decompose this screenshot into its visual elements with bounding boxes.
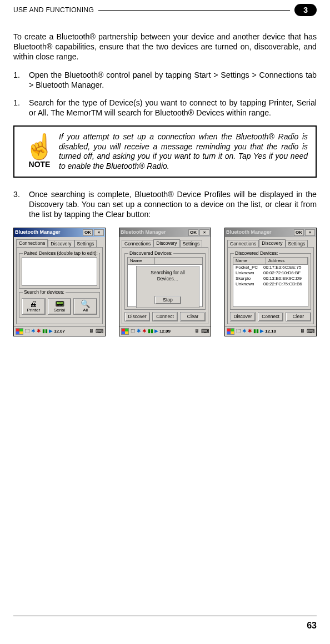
step-number: 1. — [13, 71, 29, 90]
taskbar: ⬚ ✱ ✱ ▮▮ ▶ 12.07 🖥 ⌨ — [14, 326, 105, 336]
tray-icon[interactable]: ▮▮ — [42, 328, 48, 334]
button-label: All — [83, 308, 88, 313]
clear-button[interactable]: Clear — [180, 312, 206, 321]
pointing-hand-icon: ☝ — [24, 134, 55, 159]
close-button[interactable]: × — [305, 229, 315, 236]
keyboard-icon[interactable]: ⌨ — [307, 328, 314, 335]
close-button[interactable]: × — [199, 229, 209, 236]
col-name: Name — [128, 258, 155, 264]
list-header: Name — [128, 258, 202, 265]
tray-icon[interactable]: ✱ — [248, 328, 252, 334]
tabs: Connections Discovery Settings — [16, 239, 103, 248]
screenshot-1: Bluetooth Manager OK × Connections Disco… — [13, 228, 106, 336]
tab-settings[interactable]: Settings — [180, 240, 203, 248]
titlebar: Bluetooth Manager OK × — [225, 228, 316, 237]
system-tray: ⬚ ✱ ✱ ▮▮ ▶ 12.10 — [236, 328, 298, 334]
keyboard-icon[interactable]: ⌨ — [96, 328, 103, 335]
tray-icon[interactable]: ⬚ — [131, 328, 136, 334]
connect-button[interactable]: Connect — [152, 312, 178, 321]
tray-icon[interactable]: ✱ — [31, 328, 36, 334]
tab-page: Paired Devices (double tap to edit): Sea… — [16, 247, 103, 324]
tray-icon[interactable]: ⬚ — [25, 328, 30, 334]
taskbar: ⬚ ✱ ✱ ▮▮ ▶ 12.09 🖥 ⌨ — [119, 326, 211, 336]
group-label: Search for devices: — [23, 289, 66, 295]
device-name: Unknown — [236, 281, 263, 287]
list-item[interactable]: Skorpio 00:13:E0:E9:9C:D9 — [233, 276, 308, 281]
desktop-icon[interactable]: 🖥 — [300, 328, 305, 334]
keyboard-icon[interactable]: ⌨ — [201, 328, 209, 335]
tray-icon[interactable]: ✱ — [242, 328, 247, 334]
serial-icon: 📟 — [55, 300, 64, 308]
note-icon-column: ☝ NOTE — [20, 132, 59, 171]
tab-settings[interactable]: Settings — [74, 240, 97, 248]
footer-rule — [13, 616, 317, 616]
tab-connections[interactable]: Connections — [16, 239, 48, 248]
page-header: USE AND FUNCTIONING 3 — [13, 0, 317, 17]
tab-discovery[interactable]: Discovery — [48, 240, 74, 248]
start-button[interactable] — [227, 328, 234, 335]
ok-button[interactable]: OK — [83, 229, 93, 236]
clock: 12.10 — [265, 329, 276, 334]
header-rule — [98, 10, 290, 11]
clock: 12.09 — [159, 329, 171, 334]
tray-icon[interactable]: ✱ — [37, 328, 41, 334]
printer-button[interactable]: 🖨 Printer — [22, 298, 46, 315]
window-title: Bluetooth Manager — [15, 229, 82, 235]
screenshots-row: Bluetooth Manager OK × Connections Disco… — [13, 228, 317, 336]
stop-button[interactable]: Stop — [154, 296, 181, 304]
tab-discovery[interactable]: Discovery — [259, 239, 285, 248]
search-devices-group: Search for devices: 🖨 Printer 📟 Serial — [19, 292, 100, 318]
discovered-devices-list[interactable]: Name Address Pocket_PC 00:17:E3:6C:EE:75… — [233, 257, 308, 307]
tray-icon[interactable]: ▶ — [49, 328, 53, 334]
list-item[interactable]: Pocket_PC 00:17:E3:6C:EE:75 — [233, 265, 308, 270]
step-number: 1. — [13, 98, 29, 118]
list-item[interactable]: Unknown 00:22:FC:75:CD:B6 — [233, 281, 308, 287]
chapter-badge: 3 — [294, 4, 317, 16]
discovered-devices-group: Discovered Devices: Name Searching for a… — [124, 253, 206, 310]
tab-connections[interactable]: Connections — [227, 240, 259, 248]
discover-button[interactable]: Discover — [124, 312, 150, 321]
desktop-icon[interactable]: 🖥 — [89, 328, 94, 334]
taskbar: ⬚ ✱ ✱ ▮▮ ▶ 12.10 🖥 ⌨ — [225, 326, 316, 336]
tray-icon[interactable]: ✱ — [137, 328, 141, 334]
discover-button[interactable]: Discover — [230, 312, 256, 321]
serial-button[interactable]: 📟 Serial — [48, 298, 72, 315]
tab-page: Discovered Devices: Name Address Pocket_… — [227, 247, 314, 324]
tray-icon[interactable]: ▶ — [154, 328, 158, 334]
start-button[interactable] — [121, 328, 129, 335]
tab-connections[interactable]: Connections — [122, 240, 153, 248]
system-tray: ⬚ ✱ ✱ ▮▮ ▶ 12.09 — [131, 328, 193, 334]
device-address: 00:22:FC:75:CD:B6 — [263, 281, 306, 287]
page-number: 63 — [307, 621, 317, 631]
tab-discovery[interactable]: Discovery — [153, 239, 179, 248]
close-button[interactable]: × — [94, 229, 104, 236]
group-label: Discovered Devices: — [128, 250, 173, 256]
connect-button[interactable]: Connect — [258, 312, 283, 321]
ok-button[interactable]: OK — [188, 229, 198, 236]
tray-icon[interactable]: ▶ — [260, 328, 264, 334]
desktop-icon[interactable]: 🖥 — [194, 328, 199, 334]
tab-settings[interactable]: Settings — [286, 240, 308, 248]
tray-icon[interactable]: ▮▮ — [148, 328, 153, 334]
step-number: 3. — [13, 190, 29, 219]
step-text: Once searching is complete, Bluetooth® D… — [29, 190, 317, 219]
tray-icon[interactable]: ✱ — [142, 328, 147, 334]
titlebar: Bluetooth Manager OK × — [119, 228, 211, 237]
screenshot-3: Bluetooth Manager OK × Connections Disco… — [224, 228, 317, 336]
list-item[interactable]: Unknown 00:02:72:10:D6:BF — [233, 270, 308, 276]
printer-icon: 🖨 — [29, 300, 37, 308]
paired-devices-list[interactable] — [22, 257, 97, 286]
start-button[interactable] — [16, 328, 23, 335]
all-button[interactable]: 🔍 All — [73, 298, 97, 315]
header-title: USE AND FUNCTIONING — [13, 6, 94, 14]
page-body: To create a Bluetooth® partnership betwe… — [13, 17, 317, 336]
step-text: Search for the type of Device(s) you wan… — [29, 98, 317, 118]
note-box: ☝ NOTE If you attempt to set up a connec… — [13, 125, 317, 178]
ok-button[interactable]: OK — [294, 229, 304, 236]
tray-icon[interactable]: ⬚ — [236, 328, 241, 334]
tray-icon[interactable]: ▮▮ — [253, 328, 259, 334]
device-name: Skorpio — [236, 276, 263, 281]
clear-button[interactable]: Clear — [286, 312, 311, 321]
dialog-text: Searching for all Devices… — [140, 270, 196, 281]
col-address: Address — [266, 258, 308, 264]
